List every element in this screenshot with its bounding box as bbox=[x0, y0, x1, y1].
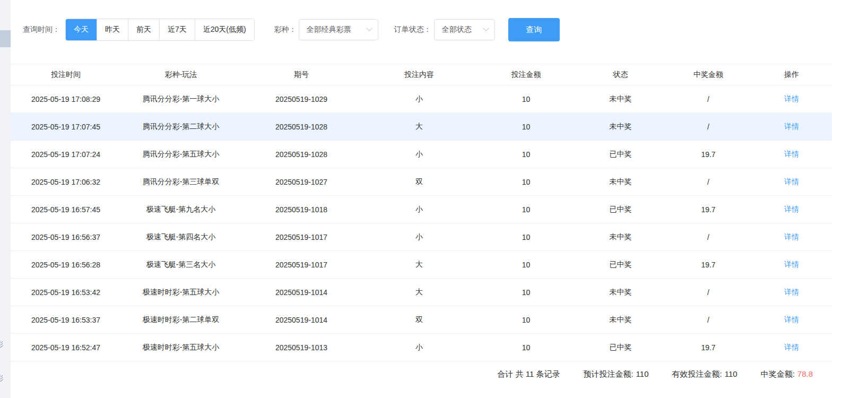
order-status-select[interactable]: 全部状态 bbox=[434, 19, 495, 40]
detail-link[interactable]: 详情 bbox=[784, 288, 799, 296]
detail-link[interactable]: 详情 bbox=[784, 232, 799, 241]
win-amount-cell: / bbox=[665, 223, 751, 251]
status-cell: 已中奖 bbox=[576, 141, 665, 168]
detail-link[interactable]: 详情 bbox=[784, 177, 799, 186]
bet-amount-cell: 10 bbox=[476, 141, 576, 168]
game-play-cell: 极速时时彩-第五球大小 bbox=[121, 279, 241, 306]
status-cell: 未中奖 bbox=[576, 306, 665, 334]
time-filter-group: 今天昨天前天近7天近20天(低频) bbox=[65, 19, 255, 41]
game-play-cell: 极速飞艇-第三名大小 bbox=[121, 251, 241, 279]
sidebar-edge: 彩 彩 bbox=[0, 0, 11, 398]
chevron-down-icon bbox=[483, 25, 489, 31]
table-row: 2025-05-19 16:52:47极速时时彩-第五球大小20250519-1… bbox=[11, 334, 832, 361]
detail-link[interactable]: 详情 bbox=[784, 94, 799, 103]
table-row: 2025-05-19 16:57:45极速飞艇-第九名大小20250519-10… bbox=[11, 196, 832, 223]
valid-bet-value: 110 bbox=[725, 369, 737, 379]
expected-bet-value: 110 bbox=[636, 369, 649, 379]
lottery-type-label: 彩种： bbox=[274, 25, 297, 34]
status-cell: 未中奖 bbox=[576, 113, 665, 141]
detail-link[interactable]: 详情 bbox=[784, 150, 799, 158]
detail-link[interactable]: 详情 bbox=[784, 122, 799, 131]
column-header: 投注时间 bbox=[11, 64, 121, 85]
win-amount-cell: 19.7 bbox=[665, 196, 751, 223]
game-play-cell: 极速时时彩-第五球大小 bbox=[121, 334, 241, 361]
issue-number-cell: 20250519-1029 bbox=[241, 85, 362, 113]
column-header: 操作 bbox=[751, 64, 832, 85]
win-amount-cell: / bbox=[665, 279, 751, 306]
status-cell: 已中奖 bbox=[576, 196, 665, 223]
status-cell: 已中奖 bbox=[576, 251, 665, 279]
column-header: 投注金额 bbox=[476, 64, 576, 85]
issue-number-cell: 20250519-1028 bbox=[241, 113, 362, 141]
sidebar-item-fragment: 彩 bbox=[0, 374, 3, 383]
game-play-cell: 极速飞艇-第四名大小 bbox=[121, 223, 241, 251]
table-row: 2025-05-19 16:56:37极速飞艇-第四名大小20250519-10… bbox=[11, 223, 832, 251]
issue-number-cell: 20250519-1017 bbox=[241, 251, 362, 279]
detail-link[interactable]: 详情 bbox=[784, 343, 799, 351]
bet-content-cell: 大 bbox=[362, 251, 476, 279]
bet-amount-cell: 10 bbox=[476, 334, 576, 361]
time-filter-label: 查询时间： bbox=[23, 25, 60, 34]
status-cell: 未中奖 bbox=[576, 168, 665, 196]
win-amount-cell: 19.7 bbox=[665, 141, 751, 168]
bet-content-cell: 小 bbox=[362, 85, 476, 113]
game-play-cell: 腾讯分分彩-第三球单双 bbox=[121, 168, 241, 196]
table-row: 2025-05-19 17:07:24腾讯分分彩-第五球大小20250519-1… bbox=[11, 141, 832, 168]
win-amount-label: 中奖金额: bbox=[761, 369, 795, 379]
status-cell: 未中奖 bbox=[576, 279, 665, 306]
bet-time-cell: 2025-05-19 17:08:29 bbox=[11, 85, 121, 113]
status-cell: 未中奖 bbox=[576, 223, 665, 251]
game-play-cell: 极速飞艇-第九名大小 bbox=[121, 196, 241, 223]
time-filter-option-4[interactable]: 近20天(低频) bbox=[195, 19, 254, 40]
bet-amount-cell: 10 bbox=[476, 168, 576, 196]
detail-link[interactable]: 详情 bbox=[784, 315, 799, 324]
bet-time-cell: 2025-05-19 16:53:42 bbox=[11, 279, 121, 306]
table-row: 2025-05-19 16:56:28极速飞艇-第三名大小20250519-10… bbox=[11, 251, 832, 279]
win-amount-cell: / bbox=[665, 168, 751, 196]
summary-bar: 合计 共 11 条记录 预计投注金额: 110 有效投注金额: 110 中奖金额… bbox=[11, 361, 868, 379]
valid-bet-label: 有效投注金额: bbox=[672, 369, 722, 379]
action-cell: 详情 bbox=[751, 141, 832, 168]
bet-time-cell: 2025-05-19 17:07:45 bbox=[11, 113, 121, 141]
bet-content-cell: 小 bbox=[362, 223, 476, 251]
table-row: 2025-05-19 17:07:45腾讯分分彩-第二球大小20250519-1… bbox=[11, 113, 832, 141]
expected-bet-label: 预计投注金额: bbox=[583, 369, 633, 379]
betting-records-page: 彩 彩 查询时间： 今天昨天前天近7天近20天(低频) 彩种： 全部经典彩票 订… bbox=[0, 0, 868, 398]
action-cell: 详情 bbox=[751, 85, 832, 113]
table-row: 2025-05-19 17:08:29腾讯分分彩-第一球大小20250519-1… bbox=[11, 85, 832, 113]
column-header: 中奖金额 bbox=[665, 64, 751, 85]
action-cell: 详情 bbox=[751, 113, 832, 141]
bet-amount-cell: 10 bbox=[476, 223, 576, 251]
chevron-down-icon bbox=[366, 25, 372, 31]
expected-bet-amount: 预计投注金额: 110 bbox=[583, 369, 648, 379]
query-button[interactable]: 查询 bbox=[508, 18, 560, 41]
column-header: 彩种-玩法 bbox=[121, 64, 241, 85]
win-amount-cell: / bbox=[665, 85, 751, 113]
issue-number-cell: 20250519-1013 bbox=[241, 334, 362, 361]
action-cell: 详情 bbox=[751, 223, 832, 251]
lottery-type-select[interactable]: 全部经典彩票 bbox=[299, 19, 378, 40]
main-content: 查询时间： 今天昨天前天近7天近20天(低频) 彩种： 全部经典彩票 订单状态：… bbox=[11, 0, 868, 398]
time-filter-option-1[interactable]: 昨天 bbox=[97, 19, 128, 40]
action-cell: 详情 bbox=[751, 168, 832, 196]
order-status-value: 全部状态 bbox=[442, 25, 484, 34]
issue-number-cell: 20250519-1027 bbox=[241, 168, 362, 196]
status-cell: 未中奖 bbox=[576, 85, 665, 113]
game-play-cell: 腾讯分分彩-第五球大小 bbox=[121, 141, 241, 168]
win-amount-cell: 19.7 bbox=[665, 334, 751, 361]
detail-link[interactable]: 详情 bbox=[784, 205, 799, 213]
issue-number-cell: 20250519-1014 bbox=[241, 279, 362, 306]
bet-content-cell: 小 bbox=[362, 141, 476, 168]
time-filter-option-0[interactable]: 今天 bbox=[66, 19, 97, 40]
bet-content-cell: 小 bbox=[362, 196, 476, 223]
detail-link[interactable]: 详情 bbox=[784, 260, 799, 269]
bet-time-cell: 2025-05-19 17:06:32 bbox=[11, 168, 121, 196]
bet-content-cell: 双 bbox=[362, 168, 476, 196]
status-cell: 已中奖 bbox=[576, 334, 665, 361]
time-filter-option-3[interactable]: 近7天 bbox=[159, 19, 195, 40]
bet-time-cell: 2025-05-19 16:56:28 bbox=[11, 251, 121, 279]
action-cell: 详情 bbox=[751, 251, 832, 279]
time-filter-option-2[interactable]: 前天 bbox=[128, 19, 159, 40]
bet-amount-cell: 10 bbox=[476, 279, 576, 306]
betting-records-table: 投注时间彩种-玩法期号投注内容投注金额状态中奖金额操作 2025-05-19 1… bbox=[11, 64, 832, 361]
